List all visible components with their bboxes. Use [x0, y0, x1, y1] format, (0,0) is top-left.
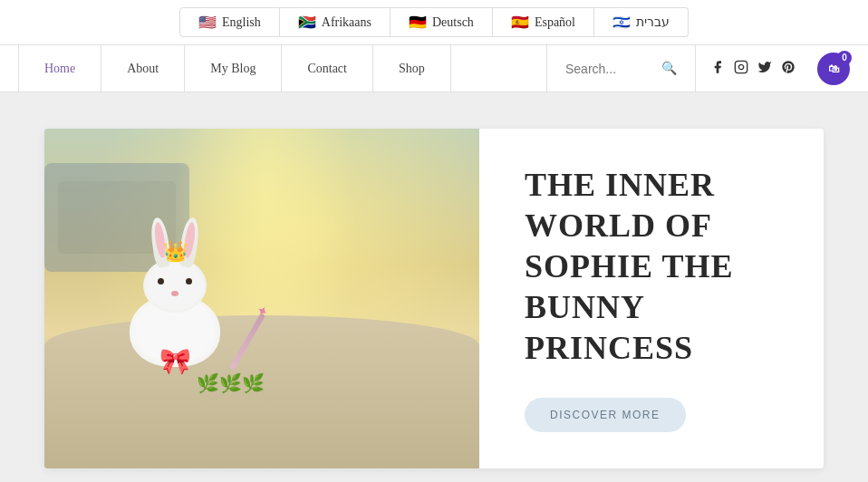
lang-espanol[interactable]: 🇪🇸 Español: [493, 7, 594, 37]
lang-hebrew[interactable]: 🇮🇱 עברית: [594, 7, 689, 37]
language-bar: 🇺🇸 English 🇿🇦 Afrikaans 🇩🇪 Deutsch 🇪🇸 Es…: [0, 0, 868, 45]
lang-hebrew-label: עברית: [636, 14, 670, 30]
crown-icon: 👑: [163, 240, 188, 264]
bow-decoration: 🎀: [159, 346, 191, 376]
flag-de: 🇩🇪: [409, 14, 427, 31]
nav-home[interactable]: Home: [18, 45, 101, 92]
bunny: 👑 🎀: [130, 294, 220, 367]
lang-espanol-label: Español: [535, 15, 575, 30]
greens-pile: 🌿🌿🌿: [197, 372, 265, 394]
lang-deutsch[interactable]: 🇩🇪 Deutsch: [391, 7, 493, 37]
search-icon[interactable]: 🔍: [661, 61, 677, 76]
lang-deutsch-label: Deutsch: [432, 15, 474, 30]
navigation-bar: Home About My Blog Contact Shop 🔍 🛍 0: [0, 45, 868, 92]
lang-afrikaans[interactable]: 🇿🇦 Afrikaans: [280, 7, 391, 37]
facebook-icon[interactable]: [710, 60, 725, 78]
pinterest-icon[interactable]: [781, 60, 796, 78]
nav-about[interactable]: About: [101, 45, 185, 92]
hero-card: 👑 🎀 ✦ 🌿🌿🌿 THE INNER WORLD OF SOPHIE THE …: [44, 129, 824, 468]
cart-icon: 🛍: [828, 63, 839, 75]
flag-il: 🇮🇱: [612, 14, 631, 31]
nav-blog[interactable]: My Blog: [185, 45, 282, 92]
instagram-icon[interactable]: [734, 60, 748, 78]
nav-links: Home About My Blog Contact Shop: [18, 45, 546, 92]
lang-afrikaans-label: Afrikaans: [322, 15, 371, 30]
hero-text-area: THE INNER WORLD OF SOPHIE THE BUNNY PRIN…: [479, 129, 824, 468]
discover-more-button[interactable]: DISCOVER MORE: [525, 398, 686, 432]
cart-button[interactable]: 🛍 0: [817, 53, 850, 85]
nav-contact[interactable]: Contact: [282, 45, 373, 92]
hero-section: 👑 🎀 ✦ 🌿🌿🌿 THE INNER WORLD OF SOPHIE THE …: [0, 92, 868, 482]
flag-us: 🇺🇸: [198, 14, 217, 31]
svg-rect-0: [735, 61, 747, 72]
hero-title: THE INNER WORLD OF SOPHIE THE BUNNY PRIN…: [525, 165, 778, 369]
nav-search-area: 🔍: [546, 45, 696, 92]
cart-count: 0: [837, 51, 852, 65]
flag-es: 🇪🇸: [511, 14, 529, 31]
flag-za: 🇿🇦: [298, 14, 316, 31]
nav-shop[interactable]: Shop: [373, 45, 451, 92]
search-input[interactable]: [565, 62, 656, 76]
hero-image: 👑 🎀 ✦ 🌿🌿🌿: [44, 129, 479, 468]
twitter-icon[interactable]: [757, 60, 772, 78]
lang-english-label: English: [222, 15, 261, 30]
lang-english[interactable]: 🇺🇸 English: [179, 7, 280, 37]
social-links: [696, 60, 810, 78]
